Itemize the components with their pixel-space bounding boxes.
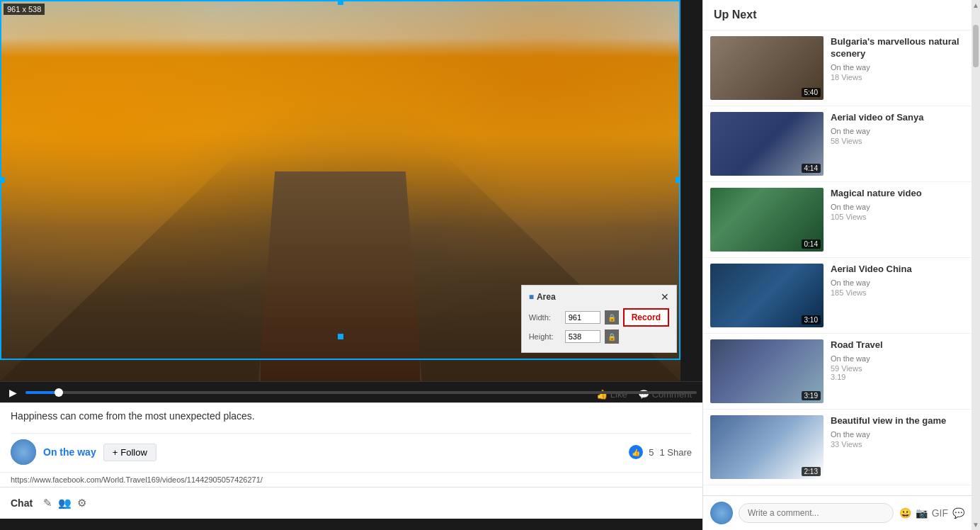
sidebar-title-4: Road Travel bbox=[831, 339, 964, 351]
sidebar-info-5: Beautiful view in the game On the way 33… bbox=[831, 415, 964, 479]
sidebar-title-0: Bulgaria's marvellous natural scenery bbox=[831, 36, 964, 60]
scrollbar-arrow-down[interactable]: ▼ bbox=[972, 519, 980, 530]
follow-button[interactable]: + Follow bbox=[103, 444, 156, 461]
sidebar-channel-3: On the way bbox=[831, 278, 964, 287]
sidebar-title-1: Aerial video of Sanya bbox=[831, 112, 964, 124]
thumb-duration-5: 2:13 bbox=[802, 467, 821, 476]
sidebar-views-3: 185 Views bbox=[831, 288, 964, 297]
sidebar-item[interactable]: 5:40 Bulgaria's marvellous natural scene… bbox=[703, 30, 972, 106]
area-dialog-title: ■ Area bbox=[529, 292, 556, 302]
area-dialog-close-button[interactable]: ✕ bbox=[661, 291, 669, 303]
video-player[interactable]: 961 x 538 bbox=[0, 0, 680, 381]
sidebar-item[interactable]: 2:13 Beautiful view in the game On the w… bbox=[703, 410, 972, 485]
sidebar-item[interactable]: 3:19 Road Travel On the way 59 Views 3.1… bbox=[703, 334, 972, 410]
sidebar-item[interactable]: 0:14 Magical nature video On the way 105… bbox=[703, 182, 972, 258]
commenter-avatar bbox=[710, 502, 733, 524]
sidebar-info-3: Aerial Video China On the way 185 Views bbox=[831, 264, 964, 327]
video-meta: On the way + Follow 👍 5 1 Share bbox=[11, 433, 692, 465]
shares-count: 1 Share bbox=[659, 447, 692, 458]
chat-edit-icon[interactable]: ✎ bbox=[43, 497, 52, 509]
sidebar-thumb-1: 4:14 bbox=[710, 112, 824, 176]
emoji-gif-icon[interactable]: GIF bbox=[932, 507, 948, 519]
sidebar-thumb-2: 0:14 bbox=[710, 188, 824, 252]
sidebar-channel-4: On the way bbox=[831, 354, 964, 363]
thumb-duration-0: 5:40 bbox=[802, 88, 821, 97]
sidebar-rating-4: 3.19 bbox=[831, 373, 964, 381]
url-bar: https://www.facebook.com/World.Travel169… bbox=[0, 472, 702, 487]
sidebar-thumb-4: 3:19 bbox=[710, 339, 824, 403]
height-input[interactable] bbox=[565, 330, 600, 343]
lock-button-2[interactable]: 🔒 bbox=[605, 329, 619, 344]
sidebar-channel-2: On the way bbox=[831, 203, 964, 211]
sidebar-title-5: Beautiful view in the game bbox=[831, 415, 964, 427]
chat-settings-icon[interactable]: ⚙ bbox=[77, 497, 86, 509]
thumb-duration-1: 4:14 bbox=[802, 164, 821, 173]
sidebar-item[interactable]: 3:10 Aerial Video China On the way 185 V… bbox=[703, 258, 972, 334]
sidebar-thumb-0: 5:40 bbox=[710, 36, 824, 100]
chat-icons: ✎ 👥 ⚙ bbox=[43, 497, 86, 509]
emoji-sticker-icon[interactable]: 📷 bbox=[916, 507, 928, 519]
sidebar-item[interactable]: 4:14 Aerial video of Sanya On the way 58… bbox=[703, 106, 972, 182]
video-dimensions-label: 961 x 538 bbox=[4, 4, 45, 15]
lock-button[interactable]: 🔒 bbox=[605, 310, 619, 325]
width-input[interactable] bbox=[565, 311, 600, 324]
sidebar-thumb-5: 2:13 bbox=[710, 415, 824, 479]
thumb-duration-3: 3:10 bbox=[802, 315, 821, 325]
progress-fill bbox=[25, 391, 59, 394]
sidebar-title-3: Aerial Video China bbox=[831, 264, 964, 276]
sidebar-thumb-3: 3:10 bbox=[710, 264, 824, 327]
comment-emoji-icons: 😀 📷 GIF 💬 bbox=[899, 507, 964, 519]
scrollbar-track: ▲ ▼ bbox=[972, 0, 980, 530]
sidebar-views-1: 58 Views bbox=[831, 137, 964, 145]
thumb-duration-4: 3:19 bbox=[802, 391, 821, 400]
sidebar-channel-5: On the way bbox=[831, 430, 964, 439]
sidebar-views-0: 18 Views bbox=[831, 73, 964, 81]
channel-name-link[interactable]: On the way bbox=[43, 446, 96, 458]
likes-badge: 👍 bbox=[629, 445, 643, 459]
sidebar-info-0: Bulgaria's marvellous natural scenery On… bbox=[831, 36, 964, 100]
sidebar-info-2: Magical nature video On the way 105 View… bbox=[831, 188, 964, 252]
sidebar-channel-0: On the way bbox=[831, 63, 964, 72]
sidebar-channel-1: On the way bbox=[831, 127, 964, 135]
chat-bar: Chat ✎ 👥 ⚙ bbox=[0, 487, 702, 519]
channel-avatar bbox=[11, 439, 36, 465]
sidebar-views-5: 33 Views bbox=[831, 440, 964, 449]
play-button[interactable]: ▶ bbox=[6, 385, 20, 400]
progress-bar[interactable] bbox=[25, 391, 697, 394]
scrollbar-thumb[interactable] bbox=[973, 25, 979, 67]
meta-right: 👍 5 1 Share bbox=[629, 445, 692, 459]
video-caption: Happiness can come from the most unexpec… bbox=[11, 410, 255, 422]
likes-count: 5 bbox=[649, 447, 654, 458]
progress-dot bbox=[55, 388, 63, 397]
sidebar: Up Next 5:40 Bulgaria's marvellous natur… bbox=[702, 0, 972, 530]
sidebar-info-4: Road Travel On the way 59 Views 3.19 bbox=[831, 339, 964, 403]
sidebar-header: Up Next bbox=[703, 0, 972, 30]
sidebar-views-4: 59 Views bbox=[831, 364, 964, 373]
video-info-panel: Happiness can come from the most unexpec… bbox=[0, 402, 702, 472]
comment-area: 😀 📷 GIF 💬 bbox=[703, 495, 972, 530]
width-label: Width: bbox=[529, 313, 561, 322]
emoji-smile-icon[interactable]: 😀 bbox=[899, 507, 911, 519]
sidebar-info-1: Aerial video of Sanya On the way 58 View… bbox=[831, 112, 964, 176]
sidebar-title-2: Magical nature video bbox=[831, 188, 964, 200]
chat-label: Chat bbox=[11, 497, 33, 509]
chat-group-icon[interactable]: 👥 bbox=[58, 497, 72, 509]
sidebar-views-2: 105 Views bbox=[831, 213, 964, 221]
height-label: Height: bbox=[529, 332, 561, 341]
comment-input[interactable] bbox=[739, 503, 894, 523]
area-dialog: ■ Area ✕ Width: 🔒 Record Height: 🔒 bbox=[521, 285, 677, 353]
sidebar-list: 5:40 Bulgaria's marvellous natural scene… bbox=[703, 30, 972, 495]
thumb-duration-2: 0:14 bbox=[802, 239, 821, 249]
scrollbar-arrow-up[interactable]: ▲ bbox=[972, 0, 980, 11]
emoji-extra-icon[interactable]: 💬 bbox=[952, 507, 964, 519]
record-button[interactable]: Record bbox=[623, 308, 669, 327]
follow-icon: + bbox=[113, 447, 118, 458]
